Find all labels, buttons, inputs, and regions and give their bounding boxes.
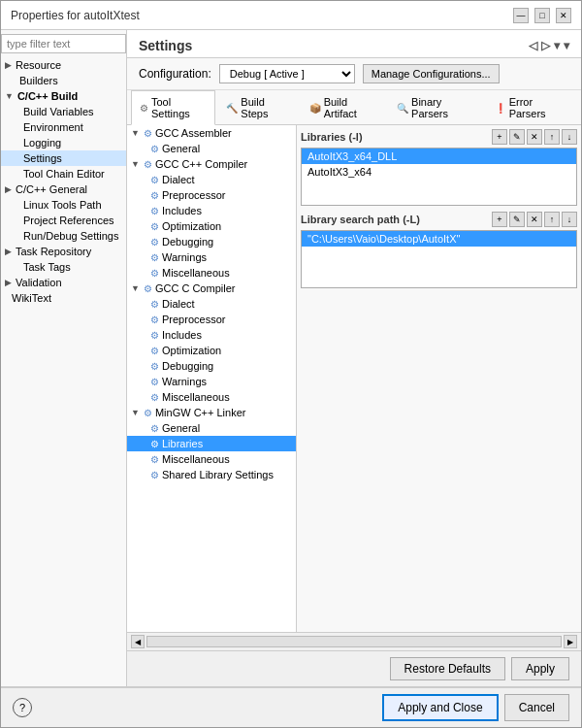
tree-item-gcc-c-warnings[interactable]: ⚙ Warnings xyxy=(127,374,296,389)
settings-icon: ⚙ xyxy=(150,190,159,201)
tree-item-gcc-assembler[interactable]: ▼ ⚙ GCC Assembler xyxy=(127,125,296,141)
tab-build-steps[interactable]: 🔨 Build Steps xyxy=(217,90,298,124)
tree-item-gcc-assembler-general[interactable]: ⚙ General xyxy=(127,141,296,156)
tree-item-gcc-c-debugging[interactable]: ⚙ Debugging xyxy=(127,358,296,374)
dropdown-icon[interactable]: ▾ xyxy=(554,39,560,52)
apply-button[interactable]: Apply xyxy=(511,657,569,680)
sidebar-item-build-variables[interactable]: Build Variables xyxy=(1,104,126,119)
delete-library-button[interactable]: ✕ xyxy=(527,129,542,145)
manage-configurations-button[interactable]: Manage Configurations... xyxy=(363,64,500,83)
tree-label: Includes xyxy=(162,205,202,216)
chevron-icon: ▶ xyxy=(5,60,12,70)
tree-item-gcc-c-dialect[interactable]: ⚙ Dialect xyxy=(127,296,296,312)
tab-build-artifact[interactable]: 📦 Build Artifact xyxy=(301,90,386,124)
library-item-2[interactable]: AutoItX3_x64 xyxy=(302,164,576,180)
sidebar-item-builders[interactable]: Builders xyxy=(1,73,126,88)
sidebar-item-cpp-build[interactable]: ▼ C/C++ Build xyxy=(1,88,126,104)
tree-item-gcc-cpp-preprocessor[interactable]: ⚙ Preprocessor xyxy=(127,187,296,203)
libraries-list: AutoItX3_x64_DLL AutoItX3_x64 xyxy=(301,148,577,206)
tree-item-gcc-cpp-miscellaneous[interactable]: ⚙ Miscellaneous xyxy=(127,265,296,281)
cancel-button[interactable]: Cancel xyxy=(504,694,569,721)
tree-item-gcc-cpp-debugging[interactable]: ⚙ Debugging xyxy=(127,234,296,249)
add-path-button[interactable]: + xyxy=(492,212,507,227)
tree-item-gcc-c-optimization[interactable]: ⚙ Optimization xyxy=(127,343,296,358)
forward-icon[interactable]: ▷ xyxy=(541,39,550,52)
config-select[interactable]: Debug [ Active ] xyxy=(219,64,355,83)
library-item-1[interactable]: AutoItX3_x64_DLL xyxy=(302,149,576,164)
tree-item-gcc-cpp-compiler[interactable]: ▼ ⚙ GCC C++ Compiler xyxy=(127,156,296,172)
tree-label: GCC Assembler xyxy=(155,127,232,139)
maximize-btn[interactable]: □ xyxy=(534,8,550,23)
tree-item-gcc-c-preprocessor[interactable]: ⚙ Preprocessor xyxy=(127,312,296,327)
move-down-library-button[interactable]: ↓ xyxy=(562,129,577,145)
sidebar-item-logging[interactable]: Logging xyxy=(1,135,126,150)
sidebar-item-task-tags[interactable]: Task Tags xyxy=(1,259,126,275)
sidebar-item-wikitext[interactable]: WikiText xyxy=(1,290,126,306)
sidebar-item-cpp-general[interactable]: ▶ C/C++ General xyxy=(1,182,126,197)
sidebar-item-environment[interactable]: Environment xyxy=(1,119,126,135)
sidebar-item-project-references[interactable]: Project References xyxy=(1,213,126,228)
sidebar-item-validation[interactable]: ▶ Validation xyxy=(1,275,126,290)
move-down-path-button[interactable]: ↓ xyxy=(562,212,577,227)
sidebar-label: Validation xyxy=(16,277,62,288)
scroll-right-btn[interactable]: ▶ xyxy=(564,635,577,648)
back-icon[interactable]: ◁ xyxy=(529,39,537,52)
build-steps-icon: 🔨 xyxy=(226,103,238,114)
chevron-icon: ▶ xyxy=(5,247,12,256)
tree-item-mingw-miscellaneous[interactable]: ⚙ Miscellaneous xyxy=(127,451,296,467)
footer-bar: ? Apply and Close Cancel xyxy=(1,686,581,727)
tree-item-gcc-c-compiler[interactable]: ▼ ⚙ GCC C Compiler xyxy=(127,281,296,296)
tab-binary-parsers[interactable]: 🔍 Binary Parsers xyxy=(388,90,484,124)
add-library-button[interactable]: + xyxy=(492,129,507,145)
tab-error-parsers[interactable]: ❗ Error Parsers xyxy=(486,90,575,124)
tree-item-gcc-cpp-includes[interactable]: ⚙ Includes xyxy=(127,203,296,218)
dropdown2-icon[interactable]: ▾ xyxy=(564,39,569,52)
scroll-left-btn[interactable]: ◀ xyxy=(131,635,145,648)
settings-icon: ⚙ xyxy=(144,159,152,170)
sidebar-label: Linux Tools Path xyxy=(23,199,102,211)
close-btn[interactable]: ✕ xyxy=(556,8,571,23)
sidebar-label: Builders xyxy=(19,75,58,86)
sidebar-item-resource[interactable]: ▶ Resource xyxy=(1,57,126,73)
tree-label: MinGW C++ Linker xyxy=(155,407,246,418)
chevron-icon: ▼ xyxy=(131,128,140,138)
tree-item-gcc-cpp-optimization[interactable]: ⚙ Optimization xyxy=(127,218,296,234)
tree-item-gcc-cpp-warnings[interactable]: ⚙ Warnings xyxy=(127,249,296,265)
sidebar-item-settings[interactable]: Settings xyxy=(1,150,126,166)
tree-item-mingw-linker[interactable]: ▼ ⚙ MinGW C++ Linker xyxy=(127,405,296,420)
sidebar-label: WikiText xyxy=(12,292,51,304)
tree-label: GCC C++ Compiler xyxy=(155,158,247,170)
move-up-path-button[interactable]: ↑ xyxy=(544,212,560,227)
tree-label: Shared Library Settings xyxy=(162,469,274,480)
apply-and-close-button[interactable]: Apply and Close xyxy=(382,694,498,721)
restore-defaults-button[interactable]: Restore Defaults xyxy=(390,657,505,680)
window-controls: — □ ✕ xyxy=(513,8,571,23)
sidebar-item-linux-tools-path[interactable]: Linux Tools Path xyxy=(1,197,126,213)
settings-icon: ⚙ xyxy=(150,268,159,279)
delete-path-button[interactable]: ✕ xyxy=(527,212,542,227)
sidebar-item-tool-chain-editor[interactable]: Tool Chain Editor xyxy=(1,166,126,182)
bottom-bar: Restore Defaults Apply xyxy=(127,650,581,686)
scroll-track[interactable] xyxy=(146,636,562,647)
settings-icon: ⚙ xyxy=(150,439,159,449)
edit-path-button[interactable]: ✎ xyxy=(509,212,525,227)
tree-item-gcc-c-includes[interactable]: ⚙ Includes xyxy=(127,327,296,343)
tree-label: Includes xyxy=(162,329,202,341)
settings-nav-icons: ◁ ▷ ▾ ▾ xyxy=(529,39,569,52)
library-path-item-1[interactable]: "C:\Users\Vaio\Desktop\AutoItX" xyxy=(302,231,576,247)
help-button[interactable]: ? xyxy=(13,698,32,717)
tab-tool-settings[interactable]: ⚙ Tool Settings xyxy=(131,90,215,125)
tree-item-gcc-cpp-dialect[interactable]: ⚙ Dialect xyxy=(127,172,296,187)
move-up-library-button[interactable]: ↑ xyxy=(544,129,560,145)
settings-icon: ⚙ xyxy=(150,237,159,248)
sidebar-item-run-debug[interactable]: Run/Debug Settings xyxy=(1,228,126,244)
edit-library-button[interactable]: ✎ xyxy=(509,129,525,145)
tree-item-mingw-general[interactable]: ⚙ General xyxy=(127,420,296,436)
tree-item-mingw-libraries[interactable]: ⚙ Libraries xyxy=(127,436,296,451)
tree-item-gcc-c-miscellaneous[interactable]: ⚙ Miscellaneous xyxy=(127,389,296,405)
minimize-btn[interactable]: — xyxy=(513,8,529,23)
filter-input[interactable] xyxy=(1,34,126,53)
tree-label: General xyxy=(162,422,200,434)
tree-item-mingw-shared-library[interactable]: ⚙ Shared Library Settings xyxy=(127,467,296,482)
sidebar-item-task-repository[interactable]: ▶ Task Repository xyxy=(1,244,126,259)
